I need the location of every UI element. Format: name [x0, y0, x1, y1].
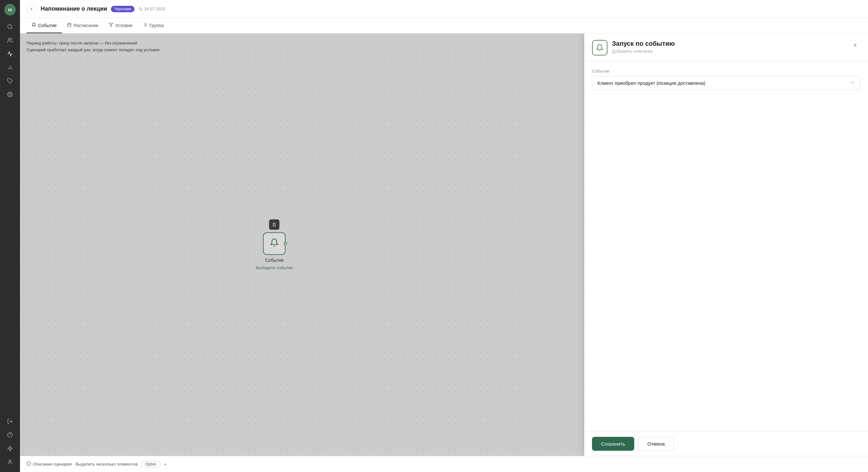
tab-bar: Событие Расписание Условие Группа — [20, 18, 868, 34]
tab-schedule-label: Расписание — [73, 23, 98, 28]
calendar-tab-icon — [67, 23, 71, 28]
page-title: Напоминание о лекции — [41, 5, 107, 12]
sidebar-item-integrations[interactable] — [4, 75, 16, 87]
svg-marker-10 — [8, 446, 12, 451]
svg-point-0 — [8, 25, 11, 28]
header: Напоминание о лекции Черновик 24.07.2023 — [20, 0, 868, 18]
event-panel: Запуск по событию Добавить описание × Со… — [584, 34, 868, 456]
svg-point-11 — [9, 460, 11, 462]
chevron-down-icon — [850, 80, 855, 86]
tab-condition-label: Условие — [115, 23, 132, 28]
bottom-info-label: Описание сценария — [33, 462, 71, 467]
event-select-value: Клиент приобрел продукт (позиция доставл… — [597, 80, 706, 86]
panel-header-info: Запуск по событию Добавить описание — [612, 40, 845, 54]
panel-subtitle[interactable]: Добавить описание — [612, 49, 845, 54]
panel-header: Запуск по событию Добавить описание × — [584, 34, 868, 61]
sidebar-item-flash[interactable] — [4, 442, 16, 454]
filter-tab-icon — [108, 23, 113, 28]
panel-title: Запуск по событию — [612, 40, 845, 48]
tab-group-label: Группа — [149, 23, 163, 28]
tab-event[interactable]: Событие — [26, 18, 62, 33]
bottom-highlight-text: Выделить несколько элементов — [75, 462, 138, 467]
info-icon — [26, 461, 31, 467]
main-area: Напоминание о лекции Черновик 24.07.2023… — [20, 0, 868, 472]
svg-marker-16 — [109, 23, 113, 27]
tab-event-label: Событие — [38, 23, 57, 28]
list-tab-icon — [143, 23, 147, 28]
header-date: 24.07.2023 — [138, 6, 165, 11]
option-badge: Option — [142, 461, 160, 468]
tab-condition[interactable]: Условие — [103, 18, 138, 33]
sidebar-item-users[interactable] — [4, 34, 16, 46]
tab-schedule[interactable]: Расписание — [62, 18, 103, 33]
panel-close-button[interactable]: × — [850, 40, 860, 50]
save-button[interactable]: Сохранить — [592, 437, 634, 451]
cancel-button[interactable]: Отмена — [638, 437, 674, 451]
draft-badge: Черновик — [111, 6, 134, 12]
sidebar-item-help[interactable] — [4, 429, 16, 441]
bottom-info: Описание сценария — [26, 461, 71, 467]
sidebar-item-analytics[interactable] — [4, 61, 16, 73]
sidebar-item-exit[interactable] — [4, 415, 16, 428]
tab-group[interactable]: Группа — [138, 18, 168, 33]
sidebar-item-profile[interactable] — [4, 456, 16, 468]
sidebar-item-search[interactable] — [4, 21, 16, 33]
svg-rect-12 — [68, 23, 71, 27]
sidebar: m — [0, 0, 20, 472]
panel-body: Событие Клиент приобрел продукт (позиция… — [584, 61, 868, 431]
bottom-bar: Описание сценария Выделить несколько эле… — [20, 456, 868, 472]
svg-point-1 — [8, 38, 10, 40]
sidebar-item-settings[interactable] — [4, 88, 16, 101]
avatar[interactable]: m — [4, 4, 16, 15]
canvas-area[interactable]: Период работы: сразу после запуска — без… — [20, 34, 868, 456]
plus-icon: + — [164, 462, 167, 467]
back-button[interactable] — [26, 4, 37, 14]
panel-bell-icon — [592, 40, 608, 56]
sidebar-item-campaigns[interactable] — [4, 48, 16, 60]
bell-tab-icon — [32, 23, 36, 28]
svg-point-6 — [9, 94, 11, 95]
event-field-label: Событие — [592, 69, 860, 73]
panel-footer: Сохранить Отмена — [584, 431, 868, 456]
event-select[interactable]: Клиент приобрел продукт (позиция доставл… — [592, 76, 860, 90]
